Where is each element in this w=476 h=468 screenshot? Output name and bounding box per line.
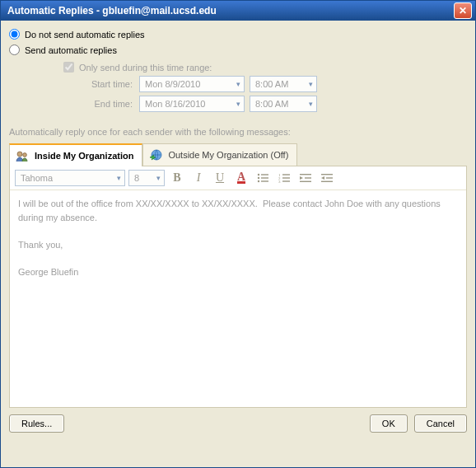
end-time-combo[interactable]: 8:00 AM ▾ (250, 96, 317, 112)
svg-rect-19 (321, 174, 333, 175)
bulleted-list-button[interactable] (254, 170, 272, 186)
start-time-label: Start time: (63, 79, 139, 89)
dont-send-label: Do not send automatic replies (25, 30, 145, 40)
globe-arrow-icon (148, 147, 163, 162)
svg-point-7 (258, 180, 259, 182)
font-size-value: 8 (134, 173, 139, 183)
italic-button[interactable]: I (189, 170, 208, 186)
content-area: Do not send automatic replies Send autom… (1, 21, 475, 467)
increase-indent-icon (321, 173, 333, 183)
svg-point-3 (258, 174, 259, 176)
decrease-indent-icon (300, 173, 311, 183)
chevron-down-icon: ▾ (236, 80, 240, 88)
titlebar: Automatic Replies - gbluefin@mail.ucsd.e… (1, 1, 475, 21)
svg-marker-20 (321, 176, 324, 180)
font-color-icon: A (237, 173, 245, 184)
close-button[interactable]: ✕ (454, 2, 472, 19)
send-radio-row[interactable]: Send automatic replies (9, 44, 467, 55)
decrease-indent-button[interactable] (296, 170, 315, 186)
close-icon: ✕ (459, 5, 467, 16)
font-name-combo[interactable]: Tahoma ▾ (15, 170, 125, 186)
dont-send-radio[interactable] (9, 29, 20, 40)
svg-text:3: 3 (278, 180, 281, 183)
chevron-down-icon: ▾ (236, 100, 240, 108)
editor-pane: Tahoma ▾ 8 ▾ B I U A (9, 166, 467, 408)
tab-inside[interactable]: Inside My Organization (9, 143, 142, 166)
only-send-checkbox[interactable] (63, 62, 74, 73)
message-textarea[interactable]: I will be out of the office from XX/XX/X… (10, 190, 466, 407)
svg-rect-12 (282, 177, 290, 178)
chevron-down-icon: ▾ (117, 174, 121, 182)
button-row: Rules... OK Cancel (9, 408, 467, 433)
svg-rect-17 (305, 177, 311, 178)
only-send-check-row: Only send during this time range: (63, 62, 467, 73)
bold-button[interactable]: B (168, 170, 186, 186)
start-time-value: 8:00 AM (255, 79, 288, 89)
automatic-replies-window: Automatic Replies - gbluefin@mail.ucsd.e… (0, 0, 476, 468)
font-size-combo[interactable]: 8 ▾ (128, 170, 165, 186)
svg-rect-14 (282, 180, 290, 181)
end-time-value: 8:00 AM (255, 99, 288, 109)
start-date-combo[interactable]: Mon 8/9/2010 ▾ (139, 76, 245, 92)
chevron-down-icon: ▾ (309, 100, 313, 108)
dont-send-radio-row[interactable]: Do not send automatic replies (9, 29, 467, 40)
end-time-label: End time: (63, 99, 139, 109)
editor-toolbar: Tahoma ▾ 8 ▾ B I U A (10, 166, 466, 190)
numbered-list-icon: 123 (278, 173, 290, 183)
section-label: Automatically reply once for each sender… (9, 127, 467, 137)
svg-rect-8 (261, 180, 268, 181)
start-time-row: Start time: Mon 8/9/2010 ▾ 8:00 AM ▾ (63, 76, 467, 92)
only-send-label: Only send during this time range: (79, 63, 212, 73)
svg-rect-22 (321, 181, 333, 182)
svg-point-0 (17, 152, 22, 157)
end-time-row: End time: Mon 8/16/2010 ▾ 8:00 AM ▾ (63, 96, 467, 112)
window-title: Automatic Replies - gbluefin@mail.ucsd.e… (7, 5, 454, 16)
svg-rect-6 (261, 177, 268, 178)
start-time-combo[interactable]: 8:00 AM ▾ (250, 76, 317, 92)
tabs: Inside My Organization Outside My Organi… (9, 143, 467, 166)
start-date-value: Mon 8/9/2010 (145, 79, 200, 89)
bold-icon: B (173, 171, 180, 185)
svg-rect-10 (282, 174, 290, 175)
underline-button[interactable]: U (211, 170, 229, 186)
tab-outside-label: Outside My Organization (Off) (168, 150, 288, 160)
font-name-value: Tahoma (21, 173, 53, 183)
rules-button[interactable]: Rules... (9, 414, 64, 433)
tab-outside[interactable]: Outside My Organization (Off) (142, 143, 297, 166)
svg-point-5 (258, 177, 259, 179)
end-date-combo[interactable]: Mon 8/16/2010 ▾ (139, 96, 245, 112)
numbered-list-button[interactable]: 123 (275, 170, 293, 186)
org-icon (15, 148, 30, 163)
send-label: Send automatic replies (25, 45, 117, 55)
svg-rect-18 (300, 181, 311, 182)
increase-indent-button[interactable] (318, 170, 336, 186)
svg-rect-21 (326, 177, 333, 178)
send-radio[interactable] (9, 44, 20, 55)
svg-marker-16 (300, 176, 303, 180)
svg-rect-4 (261, 174, 268, 175)
bulleted-list-icon (257, 173, 268, 183)
tab-inside-label: Inside My Organization (35, 151, 133, 161)
font-color-button[interactable]: A (232, 170, 250, 186)
italic-icon: I (197, 171, 201, 185)
underline-icon: U (216, 171, 224, 185)
svg-point-1 (23, 153, 27, 157)
svg-rect-15 (300, 174, 311, 175)
chevron-down-icon: ▾ (309, 80, 313, 88)
end-date-value: Mon 8/16/2010 (145, 99, 205, 109)
chevron-down-icon: ▾ (156, 174, 161, 182)
cancel-button[interactable]: Cancel (414, 414, 467, 433)
ok-button[interactable]: OK (370, 414, 408, 433)
